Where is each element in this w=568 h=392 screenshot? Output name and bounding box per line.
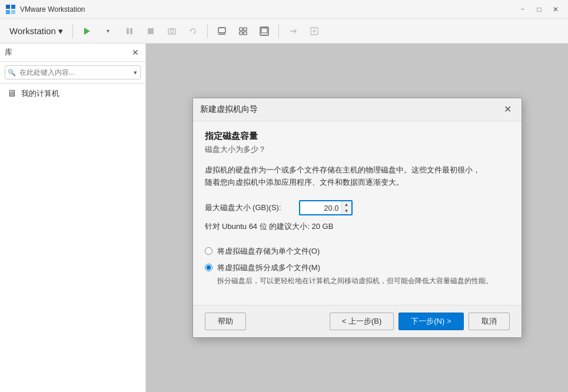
- dialog-body: 指定磁盘容量 磁盘大小为多少？ 虚拟机的硬盘作为一个或多个文件存储在主机的物理磁…: [193, 121, 522, 305]
- single-file-label[interactable]: 将虚拟磁盘存储为单个文件(O): [217, 247, 320, 255]
- cancel-button[interactable]: 取消: [469, 313, 510, 330]
- step-title: 指定磁盘容量: [205, 131, 510, 142]
- step-subtitle: 磁盘大小为多少？: [205, 144, 510, 155]
- storage-option-group: 将虚拟磁盘存储为单个文件(O) 将虚拟磁盘拆分成多个文件(M) 拆分磁盘后，可以…: [205, 246, 510, 286]
- new-vm-dialog: 新建虚拟机向导 ✕ 指定磁盘容量 磁盘大小为多少？ 虚拟机的硬盘作为一个或多个文…: [192, 98, 522, 338]
- sidebar-title: 库: [5, 47, 12, 58]
- split-files-option: 将虚拟磁盘拆分成多个文件(M) 拆分磁盘后，可以更轻松地在计算机之间移动虚拟机，…: [205, 263, 510, 286]
- stop-button[interactable]: [141, 22, 160, 41]
- svg-marker-11: [190, 30, 192, 32]
- toolbar-separator-3: [278, 24, 279, 38]
- single-file-radio[interactable]: [205, 247, 212, 255]
- disk-size-form-row: 最大磁盘大小 (GB)(S): ▲ ▼: [205, 200, 510, 215]
- split-files-label[interactable]: 将虚拟磁盘拆分成多个文件(M): [217, 263, 321, 272]
- snapshot-button[interactable]: [162, 22, 181, 41]
- main-layout: 库 ✕ ▾ 🖥 我的计算机 新建虚拟机向导 ✕: [0, 44, 568, 392]
- spinner-down-button[interactable]: ▼: [342, 208, 351, 214]
- disk-size-hint: 针对 Ubuntu 64 位 的建议大小: 20 GB: [205, 221, 510, 232]
- suspend-button[interactable]: [120, 22, 139, 41]
- disk-size-label: 最大磁盘大小 (GB)(S):: [205, 202, 299, 213]
- search-input[interactable]: [5, 65, 141, 79]
- app-icon: [5, 4, 16, 15]
- content-area: 新建虚拟机向导 ✕ 指定磁盘容量 磁盘大小为多少？ 虚拟机的硬盘作为一个或多个文…: [146, 44, 568, 392]
- view-unity-button[interactable]: [234, 22, 253, 41]
- brand-dropdown-arrow: ▾: [58, 26, 63, 36]
- svg-rect-15: [244, 28, 247, 31]
- svg-rect-2: [6, 10, 10, 14]
- toolbar-separator-2: [207, 24, 208, 38]
- svg-rect-1: [11, 5, 15, 9]
- sidebar: 库 ✕ ▾ 🖥 我的计算机: [0, 44, 146, 392]
- help-button[interactable]: 帮助: [205, 313, 246, 330]
- svg-rect-12: [218, 28, 225, 33]
- dialog-close-button[interactable]: ✕: [501, 103, 514, 116]
- play-dropdown-button[interactable]: ▾: [99, 22, 118, 41]
- brand-label: Workstation: [9, 26, 56, 36]
- app-title: VMware Workstation: [20, 5, 515, 14]
- sidebar-close-button[interactable]: ✕: [130, 47, 141, 58]
- disk-size-input-wrap: ▲ ▼: [299, 200, 353, 215]
- sidebar-header: 库 ✕: [0, 44, 145, 62]
- spinner-up-button[interactable]: ▲: [342, 201, 351, 208]
- footer-right-buttons: < 上一步(B) 下一步(N) > 取消: [330, 313, 510, 330]
- toolbar: Workstation ▾ ▾: [0, 19, 568, 44]
- minimize-button[interactable]: －: [515, 4, 530, 15]
- svg-rect-7: [148, 28, 154, 34]
- sidebar-item-label: 我的计算机: [21, 88, 59, 99]
- svg-rect-3: [11, 10, 15, 14]
- description-text: 虚拟机的硬盘作为一个或多个文件存储在主机的物理磁盘中。这些文件最初很小，随着您向…: [205, 164, 510, 189]
- svg-rect-19: [261, 28, 267, 33]
- svg-marker-4: [84, 28, 90, 35]
- close-button[interactable]: ✕: [548, 4, 563, 15]
- svg-rect-0: [6, 5, 10, 9]
- svg-rect-17: [244, 32, 247, 35]
- svg-rect-10: [170, 28, 174, 29]
- view-normal-button[interactable]: [212, 22, 231, 41]
- svg-rect-8: [168, 29, 175, 34]
- split-files-description: 拆分磁盘后，可以更轻松地在计算机之间移动虚拟机，但可能会降低大容量磁盘的性能。: [217, 275, 493, 286]
- svg-rect-13: [218, 34, 225, 35]
- toolbar-separator: [72, 24, 73, 38]
- disk-size-input[interactable]: [300, 202, 341, 214]
- send-ctrl-alt-del-button[interactable]: [284, 22, 303, 41]
- svg-rect-14: [240, 28, 243, 31]
- modal-overlay: 新建虚拟机向导 ✕ 指定磁盘容量 磁盘大小为多少？ 虚拟机的硬盘作为一个或多个文…: [146, 44, 568, 392]
- view-full-button[interactable]: [255, 22, 274, 41]
- svg-point-9: [170, 30, 173, 33]
- maximize-button[interactable]: □: [532, 4, 547, 15]
- svg-rect-5: [127, 28, 129, 34]
- spinner-buttons: ▲ ▼: [341, 201, 351, 214]
- dialog-title: 新建虚拟机向导: [200, 104, 258, 115]
- svg-rect-6: [130, 28, 132, 34]
- next-button[interactable]: 下一步(N) >: [398, 313, 463, 330]
- workstation-brand[interactable]: Workstation ▾: [5, 24, 68, 39]
- sidebar-search-area: ▾: [0, 62, 145, 84]
- computer-icon: 🖥: [7, 88, 16, 99]
- back-button[interactable]: < 上一步(B): [330, 313, 394, 330]
- title-bar: VMware Workstation － □ ✕: [0, 0, 568, 19]
- window-controls: － □ ✕: [515, 4, 563, 15]
- extra-button[interactable]: [305, 22, 324, 41]
- split-files-radio[interactable]: [205, 264, 212, 271]
- revert-button[interactable]: [184, 22, 202, 41]
- search-wrap: ▾: [5, 65, 141, 79]
- play-button[interactable]: [78, 22, 97, 41]
- dialog-footer: 帮助 < 上一步(B) 下一步(N) > 取消: [193, 305, 522, 337]
- dialog-title-bar: 新建虚拟机向导 ✕: [193, 98, 522, 121]
- sidebar-item-my-computer[interactable]: 🖥 我的计算机: [0, 84, 145, 104]
- single-file-option: 将虚拟磁盘存储为单个文件(O): [205, 246, 510, 257]
- svg-rect-16: [240, 32, 243, 35]
- search-dropdown-arrow[interactable]: ▾: [134, 69, 137, 77]
